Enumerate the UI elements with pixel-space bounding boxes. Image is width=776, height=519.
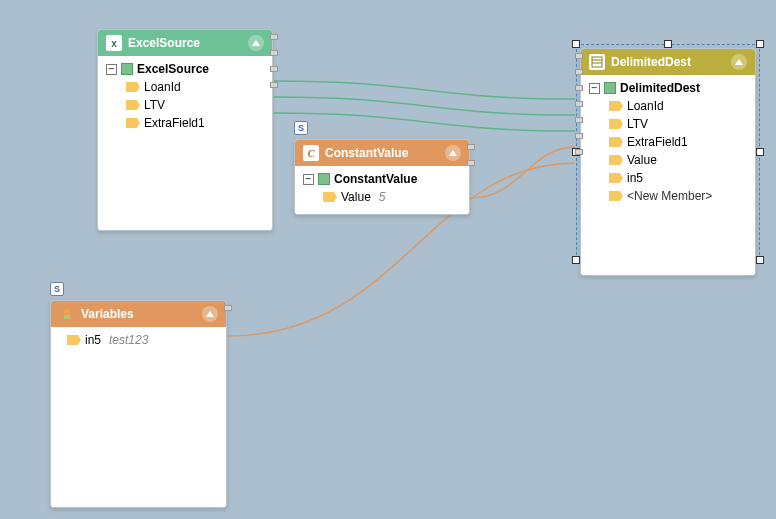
svg-point-0	[64, 309, 70, 315]
delimited-icon	[589, 54, 605, 70]
collapse-icon[interactable]	[202, 306, 218, 322]
field-row-in5[interactable]: in5	[587, 169, 749, 187]
excel-icon: x	[106, 35, 122, 51]
field-row-ltv[interactable]: LTV	[104, 96, 266, 114]
node-title: Variables	[81, 307, 134, 321]
field-row-value[interactable]: Value	[587, 151, 749, 169]
field-value: test123	[109, 333, 148, 347]
s-badge[interactable]: S	[50, 282, 64, 296]
output-port[interactable]	[467, 144, 475, 150]
field-label: ExtraField1	[144, 116, 205, 130]
field-label: LoanId	[627, 99, 664, 113]
field-icon	[323, 192, 337, 202]
output-port[interactable]	[224, 305, 232, 311]
svg-rect-1	[64, 315, 70, 319]
field-icon	[609, 137, 623, 147]
input-port[interactable]	[575, 117, 583, 123]
node-body: − ExcelSource LoanId LTV ExtraField1	[98, 56, 272, 230]
collapse-icon[interactable]	[445, 145, 461, 161]
input-port[interactable]	[575, 101, 583, 107]
output-port[interactable]	[270, 50, 278, 56]
node-header-variables[interactable]: Variables	[51, 301, 226, 327]
field-icon	[609, 155, 623, 165]
node-title: DelimitedDest	[611, 55, 691, 69]
field-row-new-member[interactable]: <New Member>	[587, 187, 749, 205]
node-body: in5 test123	[51, 327, 226, 507]
expand-icon[interactable]: −	[303, 174, 314, 185]
field-label: in5	[627, 171, 643, 185]
node-variables[interactable]: Variables in5 test123	[50, 300, 227, 508]
node-header-delimited-dest[interactable]: DelimitedDest	[581, 49, 755, 75]
root-label: ExcelSource	[137, 62, 209, 76]
selection-handle[interactable]	[756, 40, 764, 48]
s-badge[interactable]: S	[294, 121, 308, 135]
field-label: ExtraField1	[627, 135, 688, 149]
node-excel-source[interactable]: x ExcelSource − ExcelSource LoanId LTV E…	[97, 29, 273, 231]
root-row[interactable]: − ConstantValue	[301, 170, 463, 188]
field-row-ltv[interactable]: LTV	[587, 115, 749, 133]
field-row-value[interactable]: Value 5	[301, 188, 463, 206]
input-port[interactable]	[575, 53, 583, 59]
field-value: 5	[379, 190, 386, 204]
collapse-icon[interactable]	[248, 35, 264, 51]
node-title: ConstantValue	[325, 146, 408, 160]
selection-handle[interactable]	[756, 256, 764, 264]
variables-icon	[59, 306, 75, 322]
output-port[interactable]	[270, 82, 278, 88]
node-header-excel-source[interactable]: x ExcelSource	[98, 30, 272, 56]
field-label: LoanId	[144, 80, 181, 94]
field-icon	[609, 191, 623, 201]
field-label: LTV	[144, 98, 165, 112]
expand-icon[interactable]: −	[106, 64, 117, 75]
field-label: LTV	[627, 117, 648, 131]
input-port[interactable]	[575, 149, 583, 155]
object-icon	[604, 82, 616, 94]
root-label: ConstantValue	[334, 172, 417, 186]
diagram-canvas[interactable]: x ExcelSource − ExcelSource LoanId LTV E…	[0, 0, 776, 519]
node-header-constant-value[interactable]: C ConstantValue	[295, 140, 469, 166]
root-row[interactable]: − DelimitedDest	[587, 79, 749, 97]
field-icon	[126, 118, 140, 128]
selection-handle[interactable]	[572, 40, 580, 48]
field-row-loanid[interactable]: LoanId	[587, 97, 749, 115]
input-port[interactable]	[575, 133, 583, 139]
output-port[interactable]	[270, 66, 278, 72]
field-icon	[67, 335, 81, 345]
collapse-icon[interactable]	[731, 54, 747, 70]
node-title: ExcelSource	[128, 36, 200, 50]
selection-handle[interactable]	[572, 256, 580, 264]
field-icon	[609, 173, 623, 183]
root-row[interactable]: − ExcelSource	[104, 60, 266, 78]
svg-rect-2	[592, 57, 602, 67]
output-port[interactable]	[270, 34, 278, 40]
field-label: in5	[85, 333, 101, 347]
field-icon	[126, 100, 140, 110]
node-delimited-dest[interactable]: DelimitedDest − DelimitedDest LoanId LTV…	[580, 48, 756, 276]
field-icon	[609, 101, 623, 111]
root-label: DelimitedDest	[620, 81, 700, 95]
object-icon	[121, 63, 133, 75]
field-icon	[609, 119, 623, 129]
field-icon	[126, 82, 140, 92]
expand-icon[interactable]: −	[589, 83, 600, 94]
node-body: − ConstantValue Value 5	[295, 166, 469, 214]
field-label: Value	[341, 190, 371, 204]
selection-handle[interactable]	[664, 40, 672, 48]
constant-icon: C	[303, 145, 319, 161]
node-body: − DelimitedDest LoanId LTV ExtraField1 V…	[581, 75, 755, 275]
input-port[interactable]	[575, 69, 583, 75]
field-row-loanid[interactable]: LoanId	[104, 78, 266, 96]
object-icon	[318, 173, 330, 185]
field-row-in5[interactable]: in5 test123	[57, 331, 220, 349]
new-member-label: <New Member>	[627, 189, 712, 203]
selection-handle[interactable]	[756, 148, 764, 156]
output-port[interactable]	[467, 160, 475, 166]
field-row-extrafield1[interactable]: ExtraField1	[587, 133, 749, 151]
field-label: Value	[627, 153, 657, 167]
field-row-extrafield1[interactable]: ExtraField1	[104, 114, 266, 132]
input-port[interactable]	[575, 85, 583, 91]
node-constant-value[interactable]: C ConstantValue − ConstantValue Value 5	[294, 139, 470, 215]
